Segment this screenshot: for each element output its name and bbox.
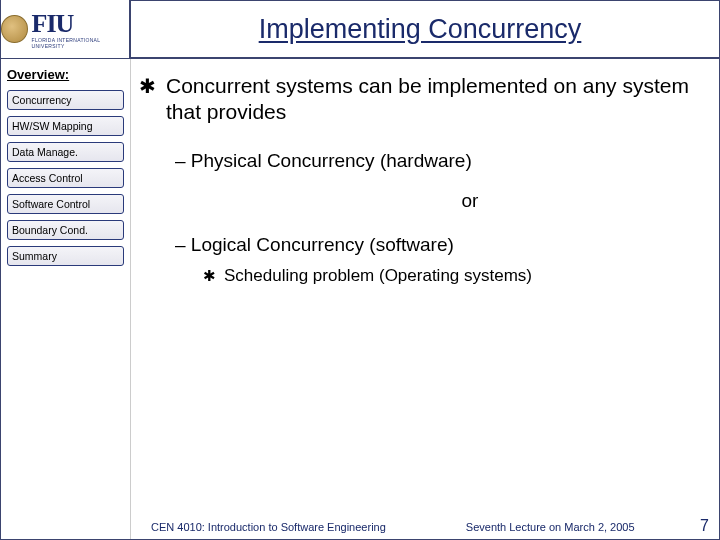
bullet-main-text: Concurrent systems can be implemented on… — [166, 73, 701, 126]
sidebar-item-hwsw-mapping[interactable]: HW/SW Mapping — [7, 116, 124, 136]
content-area: ✱ Concurrent systems can be implemented … — [131, 59, 719, 539]
bullet-main: ✱ Concurrent systems can be implemented … — [139, 73, 701, 126]
sidebar-heading: Overview: — [7, 67, 124, 82]
footer-course: CEN 4010: Introduction to Software Engin… — [151, 521, 386, 533]
sidebar-item-data-manage[interactable]: Data Manage. — [7, 142, 124, 162]
sidebar-item-summary[interactable]: Summary — [7, 246, 124, 266]
slide-body: Overview: Concurrency HW/SW Mapping Data… — [1, 59, 719, 539]
star-bullet-icon: ✱ — [203, 266, 216, 286]
slide-title: Implementing Concurrency — [131, 14, 709, 45]
footer-lecture: Seventh Lecture on March 2, 2005 — [466, 521, 635, 533]
page-number: 7 — [700, 517, 709, 535]
logo-text-wrap: FIU FLORIDA INTERNATIONAL UNIVERSITY — [32, 9, 129, 49]
logo-subtext: FLORIDA INTERNATIONAL UNIVERSITY — [32, 37, 129, 49]
or-text: or — [239, 190, 701, 212]
sidebar-item-access-control[interactable]: Access Control — [7, 168, 124, 188]
slide: FIU FLORIDA INTERNATIONAL UNIVERSITY Imp… — [0, 0, 720, 540]
bullet-sub-logical: Logical Concurrency (software) — [175, 234, 701, 256]
star-bullet-icon: ✱ — [139, 73, 156, 126]
sidebar-item-boundary-cond[interactable]: Boundary Cond. — [7, 220, 124, 240]
sidebar-item-software-control[interactable]: Software Control — [7, 194, 124, 214]
bullet-sub-physical: Physical Concurrency (hardware) — [175, 150, 701, 172]
slide-header: FIU FLORIDA INTERNATIONAL UNIVERSITY Imp… — [1, 1, 719, 59]
bullet-sub-scheduling-text: Scheduling problem (Operating systems) — [224, 266, 532, 286]
sidebar-item-concurrency[interactable]: Concurrency — [7, 90, 124, 110]
logo-box: FIU FLORIDA INTERNATIONAL UNIVERSITY — [1, 0, 131, 58]
bullet-sub-scheduling: ✱ Scheduling problem (Operating systems) — [203, 266, 701, 286]
sidebar: Overview: Concurrency HW/SW Mapping Data… — [1, 59, 131, 539]
university-seal-icon — [1, 15, 28, 43]
slide-footer: CEN 4010: Introduction to Software Engin… — [1, 521, 719, 533]
logo-text: FIU — [32, 9, 129, 39]
